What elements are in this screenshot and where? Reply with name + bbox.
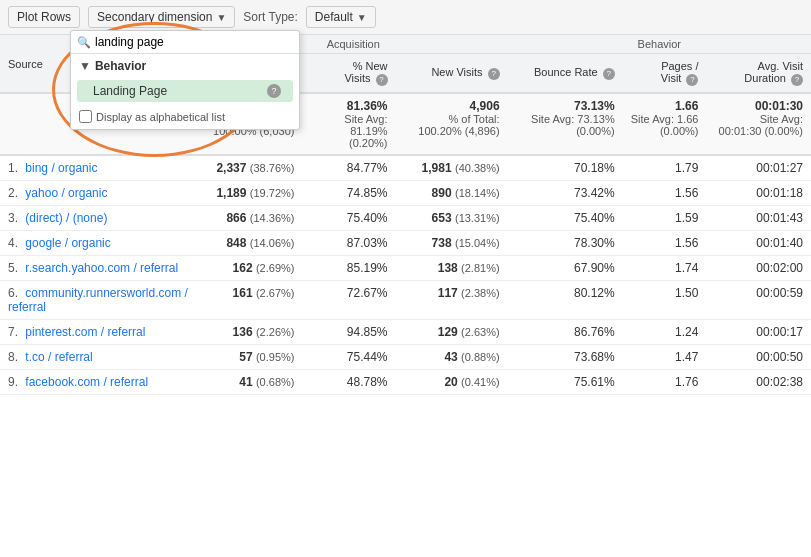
row-pct-new-value: 87.03% bbox=[347, 236, 388, 250]
total-bounce-rate-cell: 73.13% Site Avg: 73.13% (0.00%) bbox=[508, 93, 623, 155]
total-pct-new-visits-sub: Site Avg: 81.19% (0.20%) bbox=[310, 113, 387, 149]
source-link[interactable]: yahoo / organic bbox=[25, 186, 107, 200]
dropdown-footer: Display as alphabetical list bbox=[71, 104, 299, 129]
row-pct-new-cell: 85.19% bbox=[302, 256, 395, 281]
dropdown-landing-page-item[interactable]: Landing Page ? bbox=[77, 80, 293, 102]
row-duration-value: 00:02:38 bbox=[756, 375, 803, 389]
row-new-visits-pct: (18.14%) bbox=[455, 187, 500, 199]
row-pct-new-value: 75.44% bbox=[347, 350, 388, 364]
sort-type-label: Sort Type: bbox=[243, 10, 297, 24]
total-avg-duration-sub: Site Avg: 00:01:30 (0.00%) bbox=[714, 113, 803, 137]
row-duration-value: 00:00:59 bbox=[756, 286, 803, 300]
row-duration-cell: 00:00:50 bbox=[706, 345, 811, 370]
row-number: 6. bbox=[8, 286, 22, 300]
row-new-visits-pct: (15.04%) bbox=[455, 237, 500, 249]
source-link[interactable]: pinterest.com / referral bbox=[25, 325, 145, 339]
row-pages-cell: 1.76 bbox=[623, 370, 707, 395]
row-bounce-value: 73.42% bbox=[574, 186, 615, 200]
row-visits-cell: 1,189 (19.72%) bbox=[199, 181, 303, 206]
row-new-visits-pct: (2.81%) bbox=[461, 262, 500, 274]
secondary-dimension-button[interactable]: Secondary dimension ▼ bbox=[88, 6, 235, 28]
row-pages-cell: 1.24 bbox=[623, 320, 707, 345]
row-duration-value: 00:02:00 bbox=[756, 261, 803, 275]
behavior-group-header: Behavior bbox=[508, 35, 811, 54]
row-pct-new-value: 72.67% bbox=[347, 286, 388, 300]
row-pages-cell: 1.50 bbox=[623, 281, 707, 320]
row-bounce-value: 70.18% bbox=[574, 161, 615, 175]
row-visits-pct: (2.69%) bbox=[256, 262, 295, 274]
pages-visit-help-icon[interactable]: ? bbox=[686, 74, 698, 86]
row-duration-value: 00:01:18 bbox=[756, 186, 803, 200]
source-link[interactable]: (direct) / (none) bbox=[25, 211, 107, 225]
row-pct-new-cell: 84.77% bbox=[302, 155, 395, 181]
row-new-visits-value: 653 bbox=[432, 211, 452, 225]
row-new-visits-value: 890 bbox=[432, 186, 452, 200]
total-new-visits-cell: 4,906 % of Total: 100.20% (4,896) bbox=[396, 93, 508, 155]
row-pages-cell: 1.74 bbox=[623, 256, 707, 281]
row-new-visits-pct: (2.38%) bbox=[461, 287, 500, 299]
table-row: 4. google / organic 848 (14.06%) 87.03% … bbox=[0, 231, 811, 256]
alphabetical-list-checkbox[interactable] bbox=[79, 110, 92, 123]
total-bounce-rate-sub: Site Avg: 73.13% (0.00%) bbox=[516, 113, 615, 137]
row-visits-pct: (38.76%) bbox=[250, 162, 295, 174]
source-link[interactable]: google / organic bbox=[25, 236, 110, 250]
new-visits-help-icon[interactable]: ? bbox=[488, 68, 500, 80]
row-pages-value: 1.59 bbox=[675, 211, 698, 225]
source-link[interactable]: bing / organic bbox=[25, 161, 97, 175]
behavior-label: Behavior bbox=[638, 38, 681, 50]
bounce-rate-column-header: Bounce Rate ? bbox=[508, 54, 623, 94]
source-link[interactable]: r.search.yahoo.com / referral bbox=[25, 261, 178, 275]
row-duration-cell: 00:01:40 bbox=[706, 231, 811, 256]
row-visits-value: 162 bbox=[233, 261, 253, 275]
row-pct-new-value: 74.85% bbox=[347, 186, 388, 200]
row-visits-pct: (14.36%) bbox=[250, 212, 295, 224]
table-row: 3. (direct) / (none) 866 (14.36%) 75.40%… bbox=[0, 206, 811, 231]
bounce-rate-help-icon[interactable]: ? bbox=[603, 68, 615, 80]
row-pct-new-value: 75.40% bbox=[347, 211, 388, 225]
row-source-cell: 3. (direct) / (none) bbox=[0, 206, 199, 231]
info-icon[interactable]: ? bbox=[267, 84, 281, 98]
table-row: 7. pinterest.com / referral 136 (2.26%) … bbox=[0, 320, 811, 345]
row-number: 3. bbox=[8, 211, 22, 225]
row-new-visits-value: 138 bbox=[438, 261, 458, 275]
row-visits-cell: 57 (0.95%) bbox=[199, 345, 303, 370]
row-number: 2. bbox=[8, 186, 22, 200]
source-link[interactable]: community.runnersworld.com / referral bbox=[8, 286, 188, 314]
row-bounce-value: 78.30% bbox=[574, 236, 615, 250]
pct-new-visits-column-header: % NewVisits ? bbox=[302, 54, 395, 94]
row-duration-cell: 00:01:27 bbox=[706, 155, 811, 181]
row-new-visits-cell: 138 (2.81%) bbox=[396, 256, 508, 281]
row-visits-cell: 848 (14.06%) bbox=[199, 231, 303, 256]
avg-duration-help-icon[interactable]: ? bbox=[791, 74, 803, 86]
row-new-visits-pct: (2.63%) bbox=[461, 326, 500, 338]
row-bounce-value: 80.12% bbox=[574, 286, 615, 300]
chevron-down-icon: ▼ bbox=[79, 59, 91, 73]
pct-new-visits-help-icon[interactable]: ? bbox=[376, 74, 388, 86]
plot-rows-button[interactable]: Plot Rows bbox=[8, 6, 80, 28]
row-pages-cell: 1.56 bbox=[623, 231, 707, 256]
dimension-search-input[interactable] bbox=[95, 35, 293, 49]
secondary-dimension-label: Secondary dimension bbox=[97, 10, 212, 24]
row-pages-value: 1.79 bbox=[675, 161, 698, 175]
row-visits-value: 161 bbox=[233, 286, 253, 300]
row-pages-cell: 1.79 bbox=[623, 155, 707, 181]
total-bounce-rate-value: 73.13% bbox=[574, 99, 615, 113]
row-new-visits-cell: 1,981 (40.38%) bbox=[396, 155, 508, 181]
row-new-visits-pct: (13.31%) bbox=[455, 212, 500, 224]
search-icon: 🔍 bbox=[77, 36, 91, 49]
row-bounce-cell: 73.68% bbox=[508, 345, 623, 370]
default-sort-button[interactable]: Default ▼ bbox=[306, 6, 376, 28]
row-source-cell: 7. pinterest.com / referral bbox=[0, 320, 199, 345]
row-new-visits-pct: (40.38%) bbox=[455, 162, 500, 174]
row-bounce-cell: 78.30% bbox=[508, 231, 623, 256]
row-number: 4. bbox=[8, 236, 22, 250]
source-link[interactable]: facebook.com / referral bbox=[25, 375, 148, 389]
row-source-cell: 8. t.co / referral bbox=[0, 345, 199, 370]
row-duration-cell: 00:02:00 bbox=[706, 256, 811, 281]
table-row: 8. t.co / referral 57 (0.95%) 75.44% 43 … bbox=[0, 345, 811, 370]
total-pct-new-visits-cell: 81.36% Site Avg: 81.19% (0.20%) bbox=[302, 93, 395, 155]
source-link[interactable]: t.co / referral bbox=[25, 350, 92, 364]
row-visits-value: 2,337 bbox=[216, 161, 246, 175]
row-pages-value: 1.24 bbox=[675, 325, 698, 339]
row-duration-value: 00:01:27 bbox=[756, 161, 803, 175]
